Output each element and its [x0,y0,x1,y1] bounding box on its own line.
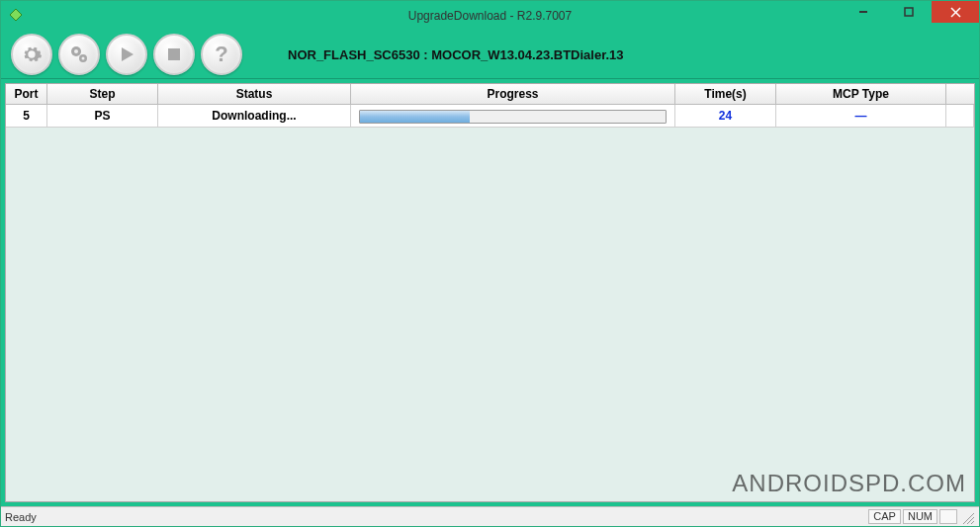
settings2-button[interactable] [58,34,100,75]
svg-line-13 [971,521,974,524]
cell-progress [351,105,675,127]
close-button[interactable] [932,1,979,23]
col-header-mcp[interactable]: MCP Type [776,84,946,104]
cell-step: PS [47,105,158,127]
table-row[interactable]: 5 PS Downloading... 24 — [6,105,974,128]
question-icon: ? [215,42,227,67]
svg-marker-0 [10,9,22,21]
status-bar: Ready CAP NUM [1,506,979,526]
progress-bar [359,110,667,124]
cell-mcp: — [776,105,946,127]
window-title: UpgradeDownload - R2.9.7007 [1,9,979,23]
cell-time: 24 [675,105,776,127]
window-controls [841,1,979,31]
flash-config-label: NOR_FLASH_SC6530 : MOCOR_W13.04.23.BTDia… [288,47,624,62]
svg-marker-9 [122,47,134,61]
app-icon [1,1,31,31]
watermark: ANDROIDSPD.COM [732,470,966,497]
resize-grip-icon[interactable] [959,509,975,525]
stop-button[interactable] [153,34,195,75]
col-header-progress[interactable]: Progress [351,84,675,104]
stop-icon [165,45,183,63]
maximize-button[interactable] [886,1,932,23]
col-header-tail [946,84,974,104]
status-ready: Ready [5,511,37,523]
cell-status: Downloading... [158,105,351,127]
col-header-step[interactable]: Step [47,84,158,104]
help-button[interactable]: ? [201,34,242,75]
double-gear-icon [67,43,91,66]
col-header-time[interactable]: Time(s) [675,84,776,104]
status-num: NUM [903,509,937,524]
toolbar: ? NOR_FLASH_SC6530 : MOCOR_W13.04.23.BTD… [1,31,979,79]
content-area: Port Step Status Progress Time(s) MCP Ty… [1,79,979,506]
svg-point-6 [74,49,78,53]
col-header-status[interactable]: Status [158,84,351,104]
grid-body: 5 PS Downloading... 24 — ANDROIDSPD.COM [6,105,974,501]
progress-fill [360,111,470,123]
status-cap: CAP [868,509,901,524]
cell-port: 5 [6,105,47,127]
grid-header: Port Step Status Progress Time(s) MCP Ty… [6,84,974,105]
svg-line-12 [967,517,974,524]
title-bar: UpgradeDownload - R2.9.7007 [1,1,979,31]
svg-point-8 [82,57,85,60]
status-empty [939,509,957,524]
svg-rect-2 [905,8,913,16]
start-button[interactable] [106,34,147,75]
gear-icon [21,44,43,65]
minimize-button[interactable] [841,1,886,23]
cell-tail [946,105,974,127]
settings-button[interactable] [11,34,52,75]
play-icon [117,44,136,64]
col-header-port[interactable]: Port [6,84,47,104]
device-grid: Port Step Status Progress Time(s) MCP Ty… [5,83,975,502]
svg-rect-10 [168,48,180,60]
